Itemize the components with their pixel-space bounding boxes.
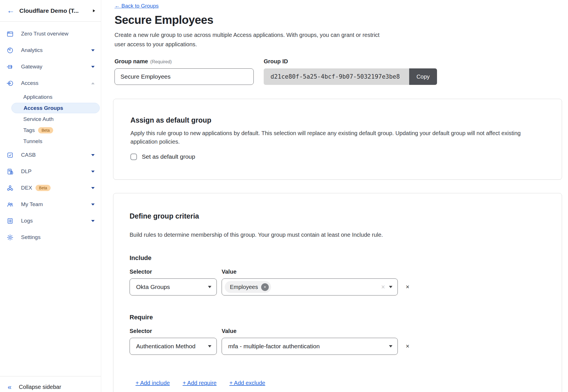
chevron-down-icon[interactable] <box>91 204 95 206</box>
sidebar-item-logs[interactable]: Logs <box>0 213 101 229</box>
chevron-down-icon[interactable] <box>91 171 95 173</box>
remove-require-rule-button[interactable]: × <box>406 343 409 350</box>
card-title: Define group criteria <box>130 212 546 220</box>
define-group-criteria-card: Define group criteria Build rules to det… <box>113 193 562 392</box>
add-include-link[interactable]: + Add include <box>136 380 170 386</box>
include-value-multiselect[interactable]: Employees × × <box>222 278 398 295</box>
include-heading: Include <box>130 254 546 262</box>
sidebar-item-access-groups[interactable]: Access Groups <box>11 103 100 113</box>
chip-label: Employees <box>230 284 258 290</box>
selected-option: Okta Groups <box>136 284 204 290</box>
sidebar-item-label: Access Groups <box>24 105 63 111</box>
sidebar-item-label: Zero Trust overview <box>21 31 68 37</box>
sidebar-item-tags[interactable]: Tags Beta <box>0 125 101 136</box>
group-id-label: Group ID <box>264 58 437 65</box>
sidebar-item-label: Tunnels <box>23 138 42 144</box>
group-id-value: d21ce80f-5a25-4bcf-9b07-5032197e3be8 <box>264 68 409 85</box>
require-rule-row: Authentication Method mfa - multiple-fac… <box>130 338 546 355</box>
chevron-down-icon <box>389 345 392 347</box>
chevron-down-icon[interactable] <box>91 154 95 156</box>
sidebar-item-zero-trust-overview[interactable]: Zero Trust overview <box>0 26 101 42</box>
list-document-icon <box>7 217 14 225</box>
chevron-down-icon <box>389 286 392 288</box>
remove-include-rule-button[interactable]: × <box>406 283 409 291</box>
back-to-groups-link[interactable]: ← Back to Groups <box>115 3 159 9</box>
add-exclude-link[interactable]: + Add exclude <box>229 380 265 386</box>
card-description: Apply this rule group to new application… <box>130 129 546 146</box>
group-name-id-row: Group name(Required) Group ID d21ce80f-5… <box>115 58 568 85</box>
require-selector-dropdown[interactable]: Authentication Method <box>130 338 217 355</box>
sidebar-item-label: Service Auth <box>23 116 54 122</box>
sidebar-item-my-team[interactable]: My Team <box>0 196 101 213</box>
chip-remove-icon[interactable]: × <box>261 283 269 291</box>
group-id-field-group: Group ID d21ce80f-5a25-4bcf-9b07-5032197… <box>264 58 437 85</box>
chevron-down-icon[interactable] <box>91 66 95 68</box>
sidebar-item-analytics[interactable]: Analytics <box>0 42 101 58</box>
back-arrow-icon[interactable]: ← <box>7 7 14 14</box>
chevron-down-icon[interactable] <box>91 49 95 51</box>
sidebar-item-label: Gateway <box>21 64 42 70</box>
sidebar-item-label: Access <box>21 80 38 86</box>
sidebar-item-dlp[interactable]: DLP <box>0 163 101 180</box>
selected-option: Authentication Method <box>136 343 204 350</box>
sidebar-item-gateway[interactable]: Gateway <box>0 58 101 75</box>
sidebar-item-service-auth[interactable]: Service Auth <box>0 114 101 125</box>
sidebar-item-dex[interactable]: DEX Beta <box>0 180 101 196</box>
casb-icon <box>7 152 14 159</box>
collapse-sidebar-button[interactable]: « Collapse sidebar <box>0 376 101 392</box>
add-require-link[interactable]: + Add require <box>183 380 217 386</box>
gear-icon <box>7 234 14 241</box>
require-value-dropdown[interactable]: mfa - multiple-factor authentication <box>222 338 398 355</box>
chevron-down-icon[interactable] <box>91 187 95 189</box>
collapse-chevrons-icon: « <box>8 384 11 391</box>
chevron-down-icon[interactable] <box>91 220 95 222</box>
sidebar-item-casb[interactable]: CASB <box>0 147 101 163</box>
selector-label: Selector <box>130 328 222 334</box>
group-name-field-group: Group name(Required) <box>115 58 264 85</box>
group-name-input[interactable] <box>115 68 254 85</box>
sidebar: ← Cloudflare Demo (T... Zero Trust overv… <box>0 0 101 392</box>
clear-values-icon[interactable]: × <box>381 283 385 291</box>
sidebar-item-label: Logs <box>21 218 33 224</box>
sidebar-item-label: CASB <box>21 152 36 158</box>
sidebar-header: ← Cloudflare Demo (T... <box>0 0 101 22</box>
chevron-up-icon[interactable] <box>91 82 95 84</box>
people-icon <box>7 201 14 208</box>
access-submenu: Applications Access Groups Service Auth … <box>0 91 101 147</box>
beta-badge: Beta <box>38 127 53 133</box>
main-content: ← Back to Groups Secure Employees Create… <box>101 0 568 392</box>
account-title: Cloudflare Demo (T... <box>19 7 93 14</box>
access-icon <box>7 80 14 87</box>
beta-badge: Beta <box>36 185 51 191</box>
sidebar-item-applications[interactable]: Applications <box>0 91 101 102</box>
sidebar-nav: Zero Trust overview Analytics Gateway Ac… <box>0 22 101 246</box>
chevron-right-icon[interactable] <box>93 9 95 12</box>
add-rule-links: + Add include + Add require + Add exclud… <box>130 380 546 386</box>
sidebar-item-settings[interactable]: Settings <box>0 229 101 246</box>
include-rule-row: Okta Groups Employees × × × <box>130 278 546 295</box>
value-label: Value <box>222 269 236 275</box>
selector-label: Selector <box>130 269 222 275</box>
required-hint: (Required) <box>150 59 172 64</box>
sidebar-item-label: My Team <box>21 201 43 207</box>
selected-option: mfa - multiple-factor authentication <box>228 343 385 350</box>
card-description: Build rules to determine membership of t… <box>130 230 546 239</box>
overview-window-icon <box>7 30 14 37</box>
include-selector-dropdown[interactable]: Okta Groups <box>130 278 217 295</box>
network-nodes-icon <box>7 185 14 192</box>
sidebar-item-tunnels[interactable]: Tunnels <box>0 136 101 147</box>
page-title: Secure Employees <box>115 14 568 26</box>
group-name-label: Group name <box>115 58 148 64</box>
set-default-group-checkbox[interactable] <box>130 154 137 160</box>
sidebar-item-access[interactable]: Access <box>0 75 101 91</box>
require-heading: Require <box>130 314 546 321</box>
pie-chart-icon <box>7 47 14 54</box>
card-title: Assign as default group <box>130 116 546 124</box>
copy-button[interactable]: Copy <box>409 68 437 85</box>
sidebar-item-label: Analytics <box>21 47 43 53</box>
chevron-down-icon <box>208 345 211 347</box>
value-label: Value <box>222 328 236 334</box>
collapse-sidebar-label: Collapse sidebar <box>19 384 61 390</box>
chevron-down-icon <box>208 286 211 288</box>
gateway-icon <box>7 63 14 70</box>
